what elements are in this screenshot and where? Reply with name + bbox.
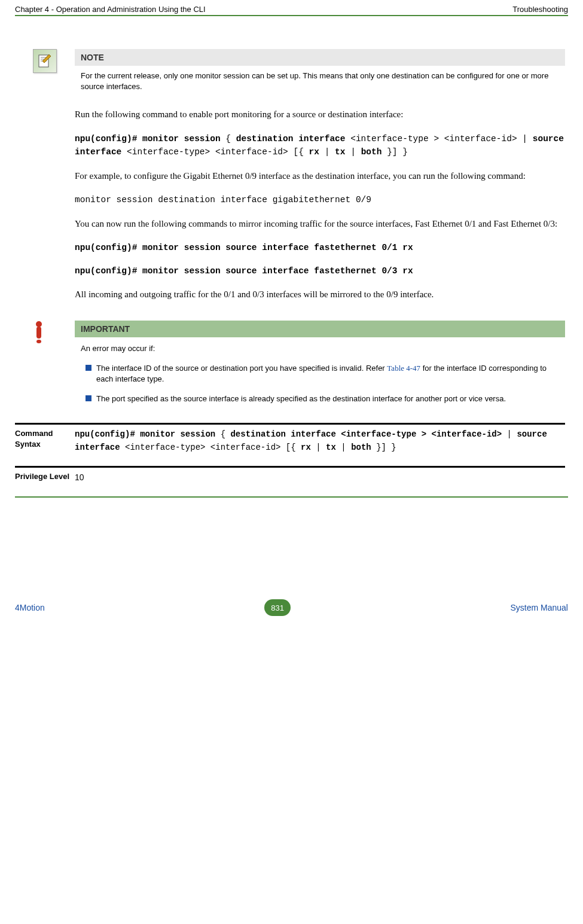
important-block: IMPORTANT An error may occur if: The int…	[75, 321, 565, 405]
code-block-1: npu(config)# monitor session { destinati…	[75, 132, 565, 159]
svg-rect-5	[36, 327, 41, 339]
header-right: Troubleshooting	[512, 5, 568, 14]
paragraph-2: For example, to configure the Gigabit Et…	[75, 169, 565, 184]
privilege-level-value: 10	[75, 471, 565, 484]
table-link[interactable]: Table 4-47	[387, 364, 420, 373]
privilege-level-row: Privilege Level 10	[15, 466, 565, 496]
bullet-item-1: The interface ID of the source or destin…	[81, 363, 559, 386]
footer-divider	[15, 496, 568, 498]
code-block-3: npu(config)# monitor session source inte…	[75, 241, 565, 254]
privilege-level-label: Privilege Level	[15, 471, 75, 484]
paragraph-1: Run the following command to enable port…	[75, 107, 565, 123]
svg-point-6	[36, 340, 41, 343]
note-icon	[33, 49, 57, 73]
bullet-square-icon	[86, 395, 91, 401]
paragraph-4: All incoming and outgoing traffic for th…	[75, 287, 565, 303]
note-block: NOTE For the current release, only one m…	[75, 49, 565, 92]
page-number: 831	[264, 599, 291, 616]
command-syntax-value: npu(config)# monitor session { destinati…	[75, 428, 565, 454]
important-title: IMPORTANT	[75, 321, 565, 337]
footer-left[interactable]: 4Motion	[15, 603, 45, 612]
command-syntax-label: Command Syntax	[15, 428, 75, 454]
important-icon	[33, 321, 45, 344]
bullet-item-2: The port specified as the source interfa…	[81, 394, 559, 405]
important-intro: An error may occur if:	[81, 343, 559, 355]
note-body: For the current release, only one monito…	[75, 66, 565, 92]
bullet-square-icon	[86, 365, 91, 371]
footer-right[interactable]: System Manual	[511, 603, 568, 612]
svg-point-4	[36, 321, 42, 327]
code-block-4: npu(config)# monitor session source inte…	[75, 264, 565, 277]
bullet-text-2: The port specified as the source interfa…	[96, 394, 559, 405]
bullet-text-1: The interface ID of the source or destin…	[96, 363, 559, 386]
header-divider	[15, 15, 568, 16]
header-left: Chapter 4 - Operation and Administration…	[15, 5, 206, 14]
code-block-2: monitor session destination interface gi…	[75, 193, 565, 206]
paragraph-3: You can now run the following commands t…	[75, 216, 565, 232]
note-title: NOTE	[75, 49, 565, 66]
command-syntax-row: Command Syntax npu(config)# monitor sess…	[15, 423, 565, 466]
